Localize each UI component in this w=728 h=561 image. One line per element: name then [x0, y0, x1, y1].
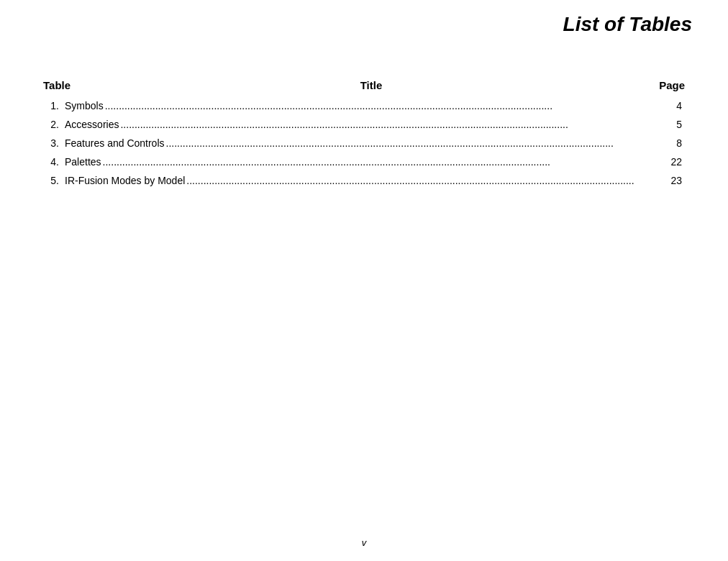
item-title-text: Symbols: [65, 97, 104, 116]
toc-item: 1. Symbols .............................…: [43, 97, 685, 116]
page-container: List of Tables Table Title Page 1. Symbo…: [0, 0, 728, 561]
dots: ........................................…: [119, 116, 656, 134]
item-number: 3.: [43, 134, 65, 153]
item-page: 5: [656, 116, 685, 134]
col-header-title: Title: [101, 79, 642, 91]
page-title: List of Tables: [43, 0, 692, 43]
item-title-dots: Symbols ................................…: [65, 97, 656, 116]
toc-item: 4. Palettes ............................…: [43, 153, 685, 172]
item-title-text: IR-Fusion Modes by Model: [65, 172, 185, 191]
dots: ........................................…: [165, 134, 656, 153]
item-number: 2.: [43, 116, 65, 134]
item-title-dots: IR-Fusion Modes by Model ...............…: [65, 172, 656, 191]
item-page: 8: [656, 134, 685, 153]
col-header-page: Page: [642, 79, 685, 91]
item-title-text: Accessories: [65, 116, 119, 134]
item-title-dots: Accessories ............................…: [65, 116, 656, 134]
toc-item: 5. IR-Fusion Modes by Model ............…: [43, 172, 685, 191]
toc-list: 1. Symbols .............................…: [43, 97, 685, 190]
dots: ........................................…: [104, 97, 656, 116]
item-title-text: Palettes: [65, 153, 101, 172]
item-title-dots: Features and Controls ..................…: [65, 134, 656, 153]
item-number: 1.: [43, 97, 65, 116]
column-headers: Table Title Page: [43, 79, 685, 91]
item-number: 5.: [43, 172, 65, 191]
item-title-dots: Palettes ...............................…: [65, 153, 656, 172]
page-footer: v: [0, 537, 728, 548]
col-header-table: Table: [43, 79, 101, 91]
toc-item: 2. Accessories .........................…: [43, 116, 685, 134]
item-page: 4: [656, 97, 685, 116]
item-page: 22: [656, 153, 685, 172]
item-title-text: Features and Controls: [65, 134, 165, 153]
item-number: 4.: [43, 153, 65, 172]
toc-item: 3. Features and Controls ...............…: [43, 134, 685, 153]
dots: ........................................…: [101, 153, 656, 172]
dots: ........................................…: [185, 172, 656, 191]
item-page: 23: [656, 172, 685, 191]
